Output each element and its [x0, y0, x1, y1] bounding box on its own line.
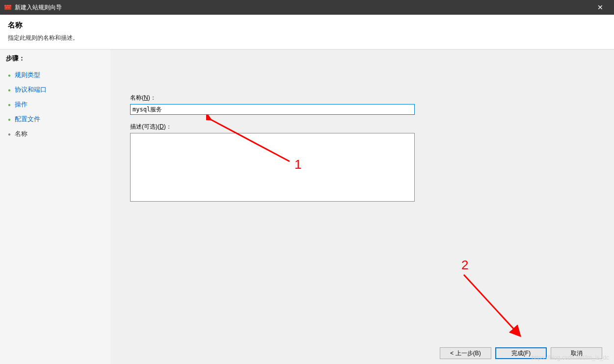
description-field-group: 描述(可选)(D)：	[130, 123, 594, 203]
window-title: 新建入站规则向导	[15, 3, 62, 12]
step-protocol-port[interactable]: ● 协议和端口	[6, 82, 105, 97]
step-action[interactable]: ● 操作	[6, 97, 105, 112]
steps-sidebar: 步骤： ● 规则类型 ● 协议和端口 ● 操作 ● 配置文件 ● 名称	[0, 50, 110, 364]
step-label: 协议和端口	[15, 85, 47, 94]
content-row: 步骤： ● 规则类型 ● 协议和端口 ● 操作 ● 配置文件 ● 名称 名称(N…	[0, 50, 614, 364]
svg-rect-2	[7, 5, 9, 6]
titlebar-left: 新建入站规则向导	[4, 3, 62, 12]
step-rule-type[interactable]: ● 规则类型	[6, 68, 105, 82]
svg-rect-4	[5, 7, 7, 8]
steps-heading: 步骤：	[6, 54, 105, 63]
step-label: 名称	[15, 130, 27, 138]
step-label: 配置文件	[15, 115, 40, 124]
bullet-icon: ●	[8, 102, 11, 107]
finish-button[interactable]: 完成(F)	[495, 347, 547, 359]
name-label: 名称(N)：	[130, 94, 594, 102]
bullet-icon: ●	[8, 117, 11, 122]
firewall-icon	[4, 3, 12, 11]
step-name[interactable]: ● 名称	[6, 127, 105, 141]
page-title: 名称	[8, 21, 606, 30]
step-label: 操作	[15, 100, 27, 109]
svg-rect-3	[9, 5, 11, 6]
close-button[interactable]: ✕	[590, 0, 610, 15]
back-button[interactable]: < 上一步(B)	[440, 347, 491, 359]
bullet-icon: ●	[8, 131, 11, 137]
step-label: 规则类型	[15, 71, 40, 79]
close-icon: ✕	[597, 3, 603, 11]
step-profile[interactable]: ● 配置文件	[6, 112, 105, 127]
description-label: 描述(可选)(D)：	[130, 123, 594, 131]
bullet-icon: ●	[8, 73, 11, 78]
svg-rect-1	[4, 5, 6, 6]
wizard-footer: < 上一步(B) 完成(F) 取消	[440, 347, 602, 359]
name-input[interactable]	[130, 104, 415, 115]
name-field-group: 名称(N)：	[130, 94, 594, 115]
wizard-header: 名称 指定此规则的名称和描述。	[0, 15, 614, 50]
description-textarea[interactable]	[130, 133, 415, 202]
page-description: 指定此规则的名称和描述。	[8, 34, 606, 42]
cancel-button[interactable]: 取消	[551, 347, 602, 359]
main-panel: 名称(N)： 描述(可选)(D)： < 上一步(B) 完成(F) 取消	[110, 50, 614, 364]
bullet-icon: ●	[8, 87, 11, 93]
titlebar: 新建入站规则向导 ✕	[0, 0, 614, 15]
svg-rect-5	[8, 7, 10, 8]
